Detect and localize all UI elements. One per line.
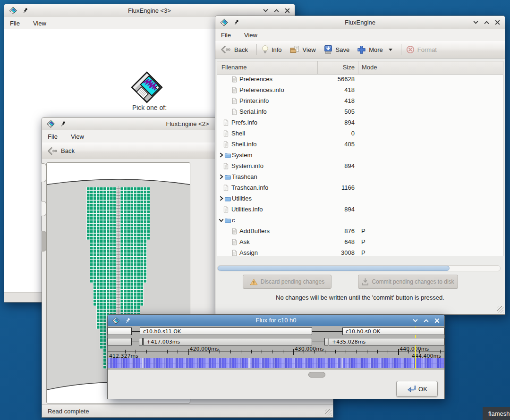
scrollbar-thumb[interactable] <box>218 266 450 271</box>
table-row[interactable]: Serial.info505 <box>217 107 503 118</box>
back-label: Back <box>61 147 75 154</box>
table-row[interactable]: Trashcan.info1166 <box>217 183 503 193</box>
menu-view[interactable]: View <box>71 133 84 140</box>
pin-icon[interactable] <box>22 8 28 14</box>
titlebar[interactable]: FluxEngine <box>215 16 505 29</box>
table-row[interactable]: Utilities.info894 <box>217 204 503 215</box>
file-name: AddBuffers <box>239 227 270 235</box>
discard-label: Discard pending changes <box>261 278 324 285</box>
back-button[interactable]: Back <box>47 147 75 155</box>
info-button[interactable]: Info <box>262 45 282 54</box>
file-size: 0 <box>318 130 355 137</box>
fluxengine-logo-large-icon <box>129 69 165 105</box>
ruler-tick <box>398 349 399 355</box>
back-button[interactable]: Back <box>220 45 248 54</box>
file-size: 505 <box>318 108 355 115</box>
file-name: Preferences.info <box>239 86 284 93</box>
save-button[interactable]: Save <box>323 45 350 54</box>
table-header[interactable]: Filename Size Mode <box>217 61 503 75</box>
column-mode[interactable]: Mode <box>362 64 377 71</box>
file-size: 3008 <box>318 249 355 256</box>
close-button[interactable] <box>434 318 440 323</box>
file-mode: P <box>361 249 366 256</box>
table-row[interactable]: Preferences56628 <box>217 74 503 85</box>
menu-view[interactable]: View <box>33 20 46 27</box>
table-row[interactable]: Shell0 <box>217 128 503 139</box>
file-name: Preferences <box>239 76 272 83</box>
pin-icon[interactable] <box>233 19 239 25</box>
maximize-button[interactable] <box>424 318 429 323</box>
sector-status-row: c10.h0.s11 OKc10.h0.s0 OK <box>108 328 444 336</box>
file-name: Utilities <box>232 195 252 202</box>
ok-button[interactable]: OK <box>396 381 438 397</box>
ruler-tick <box>167 350 168 353</box>
menu-file[interactable]: File <box>10 20 20 27</box>
commit-label: Commit pending changes to disk <box>372 278 454 285</box>
format-button[interactable]: Format <box>406 45 437 54</box>
pin-icon[interactable] <box>60 121 66 127</box>
lightbulb-icon <box>262 45 269 54</box>
table-row[interactable]: System.info894 <box>217 161 503 172</box>
chevron-down-icon[interactable] <box>219 218 224 223</box>
commit-pending-button[interactable]: Commit pending changes to disk <box>358 275 458 289</box>
table-row[interactable]: Prefs.info894 <box>217 118 503 128</box>
minimize-button[interactable] <box>473 20 478 25</box>
table-row[interactable]: System <box>217 150 503 161</box>
minimize-button[interactable] <box>413 318 418 323</box>
table-row[interactable]: Utilities <box>217 193 503 204</box>
sector-offset-box: +417.003ms <box>143 338 312 345</box>
table-row[interactable]: c <box>217 215 503 226</box>
view-button[interactable]: View <box>289 45 316 54</box>
titlebar[interactable]: Flux for c10 h0 <box>108 315 444 327</box>
file-size: 894 <box>318 162 355 169</box>
file-icon <box>223 119 229 126</box>
table-row[interactable]: Printer.info418 <box>217 96 503 107</box>
resize-grip[interactable] <box>497 306 503 313</box>
more-button[interactable]: More <box>357 45 392 54</box>
chevron-right-icon[interactable] <box>219 152 224 158</box>
file-name: Assign <box>239 249 258 256</box>
sector-gap <box>248 358 250 368</box>
chevron-down-icon[interactable] <box>389 49 392 51</box>
horizontal-scrollbar[interactable] <box>217 265 501 271</box>
file-name: Serial.info <box>239 108 267 115</box>
file-icon <box>223 141 229 148</box>
ruler-baseline <box>108 352 444 352</box>
menu-view[interactable]: View <box>244 32 257 39</box>
maximize-button[interactable] <box>484 20 489 25</box>
file-icon <box>223 130 229 137</box>
file-icon <box>232 109 237 115</box>
table-row[interactable]: Ask648P <box>217 237 503 248</box>
pin-icon[interactable] <box>125 318 131 324</box>
folder-icon <box>224 217 231 223</box>
format-cancel-icon <box>406 45 415 54</box>
chevron-right-icon[interactable] <box>219 174 224 179</box>
flux-view[interactable]: 420.000ms430.000ms440.000ms412.327ms444.… <box>108 326 444 370</box>
table-row[interactable]: Trashcan <box>217 172 503 183</box>
splitter-handle[interactable] <box>308 372 325 378</box>
column-filename[interactable]: Filename <box>221 64 246 71</box>
chevron-right-icon[interactable] <box>219 196 224 201</box>
toolbar-separator <box>256 44 257 55</box>
ruler-major-label: 440.000ms <box>400 346 429 352</box>
ruler-tick <box>388 350 388 353</box>
resize-grip[interactable] <box>325 409 332 416</box>
ruler-tick <box>241 350 241 353</box>
column-size[interactable]: Size <box>318 64 355 71</box>
menu-file[interactable]: File <box>221 32 231 39</box>
minimize-button[interactable] <box>263 8 268 13</box>
table-row[interactable]: Shell.info405 <box>217 139 503 150</box>
save-icon <box>323 45 333 54</box>
table-row[interactable]: AddBuffers876P <box>217 226 503 237</box>
menu-file[interactable]: File <box>48 133 58 140</box>
window-title: FluxEngine <3> <box>33 7 266 14</box>
close-button[interactable] <box>285 8 290 13</box>
sector-offset-box <box>139 338 143 345</box>
discard-pending-button[interactable]: Discard pending changes <box>243 275 332 289</box>
table-row[interactable]: Preferences.info418 <box>217 85 503 96</box>
maximize-button[interactable] <box>274 8 279 13</box>
close-button[interactable] <box>495 20 500 25</box>
window-title: FluxEngine <box>244 19 476 26</box>
taskbar-item-flameshot[interactable]: flamesh <box>483 407 510 420</box>
table-row[interactable]: Assign3008P <box>217 248 503 256</box>
